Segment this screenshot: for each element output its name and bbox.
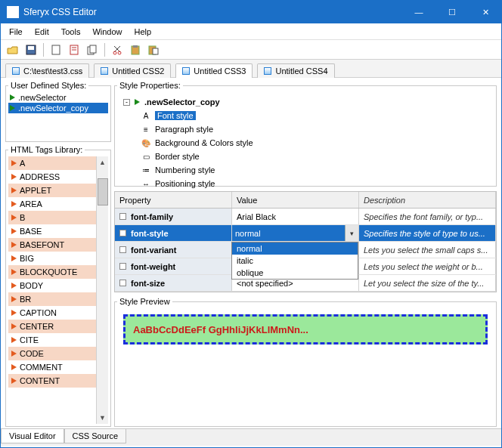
dropdown-option[interactable]: oblique xyxy=(232,267,358,279)
tab-file-0[interactable]: C:\test\test3.css xyxy=(5,63,89,78)
tab-css-source[interactable]: CSS Source xyxy=(64,429,127,443)
triangle-icon xyxy=(11,269,17,275)
chevron-down-icon[interactable]: ▾ xyxy=(345,225,358,241)
border-icon: ▭ xyxy=(141,152,150,161)
triangle-icon xyxy=(11,255,17,261)
tree-item-positioning-style[interactable]: ↔Positioning style xyxy=(120,177,491,190)
svg-rect-7 xyxy=(90,45,96,53)
expand-icon[interactable] xyxy=(119,246,126,253)
scroll-up-icon[interactable]: ▲ xyxy=(97,156,108,168)
style-properties-panel: Style Properties: - .newSelector_copy AF… xyxy=(114,81,497,187)
paste-icon[interactable] xyxy=(146,42,161,57)
tree-item-paragraph-style[interactable]: ≡Paragraph style xyxy=(120,122,491,136)
menubar: File Edit Tools Window Help xyxy=(1,23,501,40)
tab-file-3[interactable]: Untitled CSS4 xyxy=(257,63,334,78)
play-icon xyxy=(10,105,15,111)
user-defined-styles-panel: User Defined Styles: .newSelector .newSe… xyxy=(5,81,111,142)
dropdown-option[interactable]: normal xyxy=(232,243,358,255)
tag-item[interactable]: COMMENT xyxy=(8,360,108,374)
expand-icon[interactable] xyxy=(119,280,126,286)
tag-item[interactable]: CAPTION xyxy=(8,306,108,320)
tag-item[interactable]: CONTENT xyxy=(8,374,108,388)
preview-text: AaBbCcDdEeFf GgHhIiJjKkLlMmNn... xyxy=(133,324,308,335)
tag-item[interactable]: AREA xyxy=(8,197,108,211)
tab-file-1[interactable]: Untitled CSS2 xyxy=(94,63,171,78)
new-icon[interactable] xyxy=(48,42,64,57)
scroll-thumb[interactable] xyxy=(98,178,108,205)
tag-item[interactable]: BLOCKQUOTE xyxy=(8,265,108,279)
copy-icon[interactable] xyxy=(85,42,100,57)
uds-item-selected[interactable]: .newSelector_copy xyxy=(8,103,108,113)
close-button[interactable]: ✕ xyxy=(476,8,495,17)
grid-header-value[interactable]: Value xyxy=(232,192,359,208)
tag-item[interactable]: CITE xyxy=(8,333,108,347)
grid-header-description[interactable]: Description xyxy=(359,192,496,208)
css-file-icon xyxy=(101,67,108,75)
tab-file-2[interactable]: Untitled CSS3 xyxy=(175,63,253,78)
svg-rect-1 xyxy=(28,46,34,50)
tree-item-border-style[interactable]: ▭Border style xyxy=(120,150,491,163)
cut-icon[interactable] xyxy=(110,42,125,57)
menu-help[interactable]: Help xyxy=(129,26,157,38)
triangle-icon xyxy=(11,351,17,357)
menu-edit[interactable]: Edit xyxy=(29,26,54,38)
triangle-icon xyxy=(11,174,17,180)
font-style-dropdown[interactable]: normal italic oblique xyxy=(231,242,358,280)
uds-legend: User Defined Styles: xyxy=(8,81,88,90)
titlebar: Sferyx CSS Editor ― ☐ ✕ xyxy=(1,1,501,23)
tag-item[interactable]: BODY xyxy=(8,279,108,292)
tag-item[interactable]: BASEFONT xyxy=(8,238,108,252)
expand-icon[interactable] xyxy=(119,263,126,270)
style-preview-panel: Style Preview AaBbCcDdEeFf GgHhIiJjKkLlM… xyxy=(114,297,497,427)
tag-item[interactable]: A xyxy=(8,156,108,170)
css-file-icon xyxy=(12,67,20,75)
grid-row-font-style[interactable]: font-style ▾ Specifies the style of type… xyxy=(115,225,496,242)
tree-root[interactable]: - .newSelector_copy xyxy=(120,95,491,109)
html-tags-library-panel: HTML Tags Library: AADDRESSAPPLETAREABBA… xyxy=(5,145,111,427)
maximize-button[interactable]: ☐ xyxy=(442,8,462,17)
tag-item[interactable]: BASE xyxy=(8,224,108,238)
font-style-combobox[interactable]: ▾ xyxy=(232,225,358,241)
taglib-scrollbar[interactable]: ▲ ▼ xyxy=(96,156,108,424)
list-icon: ≔ xyxy=(141,165,150,175)
tree-item-background-style[interactable]: 🎨Background & Colors style xyxy=(120,136,491,150)
bottom-tabbar: Visual Editor CSS Source xyxy=(1,428,501,446)
open-icon[interactable] xyxy=(5,42,20,57)
tag-item[interactable]: BR xyxy=(8,292,108,306)
tag-item[interactable]: APPLET xyxy=(8,184,108,197)
menu-window[interactable]: Window xyxy=(87,26,127,38)
menu-tools[interactable]: Tools xyxy=(56,26,86,38)
scroll-down-icon[interactable]: ▼ xyxy=(97,412,108,424)
font-style-input[interactable] xyxy=(232,225,345,241)
triangle-icon xyxy=(11,283,17,289)
palette-icon: 🎨 xyxy=(141,138,150,147)
expand-icon[interactable] xyxy=(119,213,126,220)
save-icon[interactable] xyxy=(23,42,39,57)
css-file-icon xyxy=(264,67,271,75)
triangle-icon xyxy=(11,337,17,343)
dropdown-option[interactable]: italic xyxy=(232,255,358,267)
grid-header-property[interactable]: Property xyxy=(115,192,232,208)
tree-item-numbering-style[interactable]: ≔Numbering style xyxy=(120,163,491,177)
tag-item[interactable]: CODE xyxy=(8,347,108,360)
taglib-legend: HTML Tags Library: xyxy=(8,145,85,154)
tag-item[interactable]: CENTER xyxy=(8,320,108,333)
tab-visual-editor[interactable]: Visual Editor xyxy=(1,429,64,443)
tree-item-font-style[interactable]: AFont style xyxy=(120,109,491,122)
collapse-icon[interactable]: - xyxy=(123,99,130,106)
uds-item[interactable]: .newSelector xyxy=(8,92,108,103)
svg-rect-13 xyxy=(133,45,138,48)
tag-item[interactable]: ADDRESS xyxy=(8,170,108,184)
triangle-icon xyxy=(11,187,17,193)
menu-file[interactable]: File xyxy=(4,26,28,38)
document-icon[interactable] xyxy=(67,42,82,57)
tag-item[interactable]: B xyxy=(8,211,108,224)
grid-row-font-family[interactable]: font-family Arial Black Specifies the fo… xyxy=(115,209,496,225)
clipboard-icon[interactable] xyxy=(128,42,143,57)
play-icon xyxy=(10,94,15,100)
svg-rect-15 xyxy=(153,48,158,54)
minimize-button[interactable]: ― xyxy=(409,8,429,17)
expand-icon[interactable] xyxy=(119,230,126,236)
triangle-icon xyxy=(11,323,17,329)
tag-item[interactable]: BIG xyxy=(8,252,108,265)
